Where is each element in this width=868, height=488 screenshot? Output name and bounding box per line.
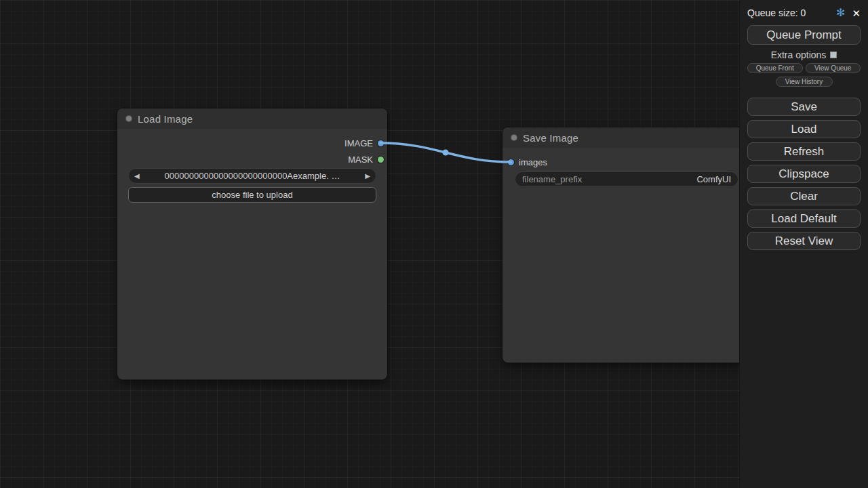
- history-row: View History: [747, 77, 861, 87]
- output-dot-mask-icon[interactable]: [378, 157, 384, 163]
- image-file-combo[interactable]: ◀ 0000000000000000000000000Aexample. … ▶: [128, 168, 376, 184]
- slot-label-mask: MASK: [348, 155, 373, 165]
- collapse-dot-icon[interactable]: [511, 134, 517, 141]
- input-slots: images: [508, 154, 547, 170]
- save-button[interactable]: Save: [747, 98, 861, 116]
- combo-next-icon[interactable]: ▶: [365, 173, 370, 180]
- input-slot-images[interactable]: images: [508, 154, 547, 170]
- filename-prefix-value: ComfyUI: [696, 174, 731, 184]
- queue-front-button[interactable]: Queue Front: [747, 63, 803, 73]
- choose-file-button[interactable]: choose file to upload: [128, 187, 376, 203]
- input-dot-images-icon[interactable]: [508, 159, 514, 165]
- reset-view-button[interactable]: Reset View: [747, 232, 861, 250]
- link-midpoint-dot: [443, 150, 449, 156]
- combo-prev-icon[interactable]: ◀: [134, 173, 140, 180]
- node-load-image[interactable]: Load Image IMAGE MASK ◀ 0000000000000000…: [117, 108, 387, 380]
- node-graph-canvas[interactable]: Load Image IMAGE MASK ◀ 0000000000000000…: [0, 0, 868, 488]
- combo-value: 0000000000000000000000000Aexample. …: [142, 171, 363, 181]
- menu-buttons: Save Load Refresh Clipspace Clear Load D…: [747, 98, 861, 250]
- slot-label-images: images: [519, 157, 547, 167]
- output-slot-image[interactable]: IMAGE: [344, 135, 384, 151]
- node-title: Load Image: [138, 113, 193, 125]
- filename-prefix-widget[interactable]: filename_prefix ComfyUI: [515, 171, 738, 187]
- clipspace-button[interactable]: Clipspace: [747, 165, 861, 183]
- settings-gear-icon[interactable]: ✻: [836, 7, 845, 18]
- panel-icons: ✻ ✕: [836, 7, 861, 18]
- node-save-image[interactable]: Save Image images filename_prefix ComfyU…: [502, 127, 747, 363]
- menu-panel: Queue size: 0 ✻ ✕ Queue Prompt Extra opt…: [739, 0, 868, 488]
- load-button[interactable]: Load: [747, 120, 861, 138]
- load-default-button[interactable]: Load Default: [747, 209, 861, 228]
- save-image-titlebar[interactable]: Save Image: [502, 127, 747, 148]
- output-dot-image-icon[interactable]: [378, 140, 384, 146]
- load-image-titlebar[interactable]: Load Image: [117, 108, 387, 129]
- refresh-button[interactable]: Refresh: [747, 142, 861, 161]
- extra-options-checkbox[interactable]: [830, 52, 837, 58]
- slot-label-image: IMAGE: [344, 138, 373, 148]
- queue-actions-row: Queue Front View Queue: [747, 63, 861, 73]
- node-title: Save Image: [523, 132, 578, 144]
- queue-status-row: Queue size: 0 ✻ ✕: [747, 7, 861, 19]
- filename-prefix-label: filename_prefix: [522, 174, 582, 184]
- collapse-dot-icon[interactable]: [125, 115, 132, 122]
- output-slot-mask[interactable]: MASK: [344, 151, 384, 167]
- close-icon[interactable]: ✕: [852, 8, 861, 18]
- view-history-button[interactable]: View History: [776, 77, 833, 87]
- extra-options-row: Extra options: [747, 50, 861, 60]
- view-queue-button[interactable]: View Queue: [806, 63, 861, 73]
- output-slots: IMAGE MASK: [344, 135, 384, 167]
- queue-prompt-button[interactable]: Queue Prompt: [747, 25, 861, 45]
- queue-size-label: Queue size: 0: [747, 7, 806, 18]
- clear-button[interactable]: Clear: [747, 187, 861, 205]
- extra-options-label: Extra options: [771, 49, 827, 60]
